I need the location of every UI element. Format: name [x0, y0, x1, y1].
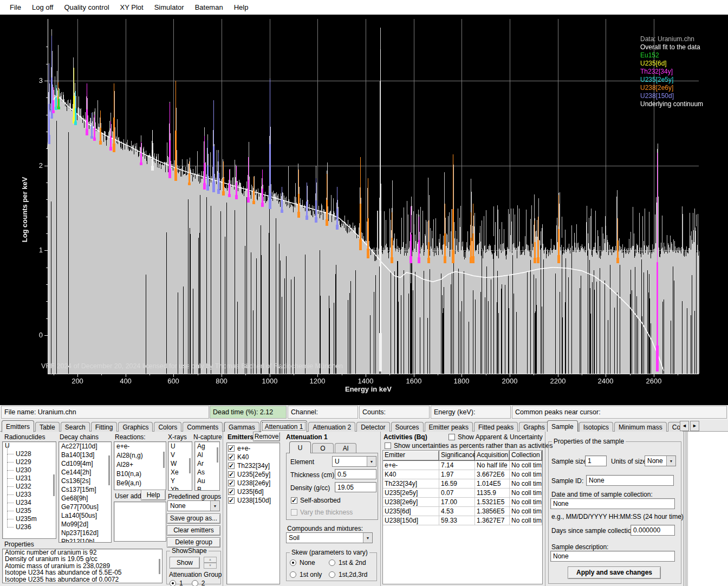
skew-option[interactable]: 1st & 2nd	[329, 558, 374, 567]
ncapture-item[interactable]: Ar	[195, 459, 219, 468]
show-uncertainties-checkbox-row[interactable]: Show uncertainties as percents rather th…	[385, 441, 552, 450]
table-row[interactable]: U235[6d] 4.53 1.3856E5 No coll time	[383, 507, 542, 516]
chevron-down-icon[interactable]: ▼	[367, 457, 376, 466]
checkbox-icon[interactable]	[291, 509, 297, 516]
checkbox-icon[interactable]	[228, 489, 235, 495]
table-row[interactable]: K40 1.97 3.6672E6 No coll time	[383, 470, 542, 479]
checkbox-icon[interactable]	[228, 454, 235, 460]
help-button[interactable]: Help	[141, 490, 166, 500]
skew-option[interactable]: 1st only	[290, 570, 329, 579]
units-of-size-dropdown[interactable]: None ▼	[645, 455, 676, 466]
scrollbar-thumb[interactable]	[108, 455, 110, 485]
tab[interactable]: Search	[61, 422, 90, 432]
tab[interactable]: Minimum mass	[614, 422, 667, 432]
scrollbar-thumb[interactable]	[159, 559, 160, 574]
reaction-item[interactable]: Be9(a,n)	[114, 479, 166, 488]
attenuation-group-option[interactable]: 2	[192, 579, 205, 586]
chevron-down-icon[interactable]: ▼	[363, 533, 372, 543]
radio-icon[interactable]	[329, 571, 335, 578]
tab[interactable]: Colors	[154, 422, 181, 432]
pane-splitter[interactable]	[686, 432, 686, 586]
tab[interactable]: Comments	[183, 422, 223, 432]
scrollbar-thumb[interactable]	[217, 447, 218, 463]
reaction-item[interactable]: e+e-	[114, 442, 166, 451]
tab-scroll-right-button[interactable]: ►	[690, 421, 699, 431]
tab[interactable]: Table	[35, 422, 60, 432]
table-row[interactable]: e+e- 7.14 No half life No coll time	[383, 461, 542, 470]
xray-item[interactable]: Xe	[168, 468, 192, 477]
xray-item[interactable]: U	[168, 442, 192, 451]
ncapture-item[interactable]: B	[195, 485, 219, 491]
radio-icon[interactable]	[192, 580, 198, 586]
chevron-down-icon[interactable]: ▼	[210, 501, 219, 511]
xray-item[interactable]: Y	[168, 477, 192, 485]
menu-item[interactable]: Bateman	[190, 1, 229, 14]
tab[interactable]: Isotopics	[579, 422, 613, 432]
checkbox-icon[interactable]	[228, 445, 235, 452]
decay-chain-item[interactable]: Ac227[110d]	[59, 442, 111, 451]
tab[interactable]: Gammas	[224, 422, 259, 432]
collection-date-input[interactable]: None	[550, 498, 675, 509]
element-tab[interactable]: U	[289, 441, 311, 453]
column-header[interactable]: Collection	[510, 451, 542, 461]
ncapture-item[interactable]: Au	[195, 477, 219, 485]
table-row[interactable]: U238[150d] 59.33 1.3627E7 No coll time	[383, 516, 542, 525]
table-row[interactable]: Th232[34y] 16.59 1.014E5 No coll time	[383, 479, 542, 489]
ncapture-item[interactable]: Al	[195, 451, 219, 459]
checkbox-icon[interactable]	[448, 434, 455, 440]
attenuation-group-option[interactable]: 1	[170, 579, 183, 586]
emitter-checkbox-row[interactable]: Th232[34y]	[228, 461, 280, 470]
emitter-checkbox-row[interactable]: K40	[228, 453, 280, 461]
spectrum-canvas[interactable]	[0, 15, 728, 405]
reaction-item[interactable]: Al28(n,g)	[114, 451, 166, 460]
apply-save-button[interactable]: Apply and save changes	[568, 567, 661, 579]
checkbox-icon[interactable]	[385, 442, 391, 449]
remove-emitter-button[interactable]: Remove	[253, 432, 280, 441]
thickness-input[interactable]: 0.5	[335, 469, 376, 479]
self-absorbed-checkbox-row[interactable]: Self-absorbed	[291, 496, 341, 505]
checkbox-icon[interactable]	[228, 497, 235, 504]
decay-chain-item[interactable]: Ba140[13d]	[59, 451, 111, 459]
show-apparent-checkbox-row[interactable]: Show Apparent & Uncertainty	[448, 433, 543, 441]
decay-chains-list[interactable]: Ac227[110d]Ba140[13d]Cd109[4m]Ce144[2h]C…	[58, 441, 112, 543]
spinner-down-icon[interactable]: ▼	[204, 563, 217, 569]
tab[interactable]: Sample	[547, 420, 578, 432]
emitter-checkbox-row[interactable]: U235[6d]	[228, 487, 280, 496]
table-row[interactable]: U238[2e6y] 17.00 1.5321E5 No coll time	[383, 498, 542, 507]
xray-item[interactable]: W	[168, 459, 192, 468]
radio-icon[interactable]	[290, 571, 296, 578]
user-additions-list[interactable]	[114, 502, 166, 542]
sample-id-input[interactable]: None	[586, 475, 674, 486]
skew-option[interactable]: 1st,2d,3rd	[329, 570, 374, 579]
table-row[interactable]: U235[2e5y] 0.07 1135.9 No coll time	[383, 489, 542, 498]
column-header[interactable]: Significance	[439, 451, 475, 461]
tab[interactable]: Sources	[391, 422, 424, 432]
scrollbar-thumb[interactable]	[189, 458, 191, 473]
reactions-list[interactable]: e+e-Al28(n,g)Al28+B10(n,a)Be9(a,n)	[114, 441, 166, 490]
reaction-item[interactable]: Al28+	[114, 460, 166, 470]
days-since-collection-input[interactable]: 0.000000	[630, 525, 675, 536]
predefined-groups-dropdown[interactable]: None ▼	[167, 500, 220, 511]
column-header[interactable]: Emitter	[383, 451, 439, 461]
menu-item[interactable]: File	[4, 1, 27, 14]
emitter-checkbox-row[interactable]: U238[150d]	[228, 496, 280, 505]
shape-spinner[interactable]: ▲ ▼	[204, 557, 217, 569]
decay-chain-item[interactable]: Ge68[9h]	[59, 494, 111, 503]
tab[interactable]: Fitted peaks	[474, 422, 518, 432]
decay-chain-item[interactable]: Ge77[700us]	[59, 503, 111, 511]
density-input[interactable]: 19.05	[335, 482, 376, 492]
show-button[interactable]: Show	[170, 557, 200, 569]
xrays-list[interactable]: UVWXeYYb	[168, 441, 192, 491]
decay-chain-item[interactable]: Mo99[2d]	[59, 520, 111, 529]
chevron-down-icon[interactable]: ▼	[666, 456, 675, 466]
column-header[interactable]: Acquisition	[475, 451, 510, 461]
sample-description-input[interactable]: None	[550, 551, 675, 562]
checkbox-icon[interactable]	[291, 497, 297, 504]
xray-item[interactable]: V	[168, 451, 192, 459]
delete-group-button[interactable]: Delete group	[167, 537, 220, 548]
ncapture-item[interactable]: As	[195, 468, 219, 477]
tab[interactable]: Emitter peaks	[425, 422, 473, 432]
element-tab[interactable]: Al	[335, 443, 356, 453]
radionuclides-list[interactable]: U U228U229U230U231U232U233U234U235U235mU…	[2, 441, 56, 539]
decay-chain-item[interactable]: La140[50us]	[59, 511, 111, 520]
